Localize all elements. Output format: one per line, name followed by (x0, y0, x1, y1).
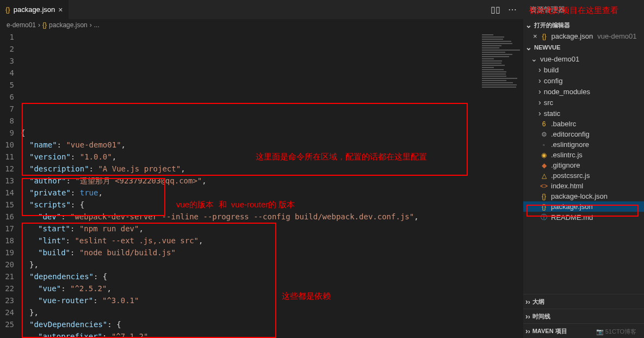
file-icon: {} (42, 21, 47, 29)
watermark: 📷 51CTO博客 (596, 328, 636, 336)
file-icon: ⓘ (540, 213, 548, 222)
tab-package-json[interactable]: {} package.json × (0, 0, 69, 19)
explorer-sidebar: 资源管理器 打开的编辑器 × {} package.json vue-demo0… (523, 0, 644, 338)
line-number: 6 (0, 91, 14, 103)
code-line[interactable]: "start": "npm run dev", (21, 223, 480, 235)
line-number: 24 (0, 306, 14, 318)
line-number: 3 (0, 55, 14, 67)
open-editor-item[interactable]: × {} package.json vue-demo01 (523, 31, 644, 41)
breadcrumb-file: package.json (49, 21, 88, 29)
split-editor-icon[interactable]: ▯▯ (491, 4, 500, 15)
line-number: 13 (0, 175, 14, 187)
line-number: 23 (0, 294, 14, 306)
file-icon: {} (540, 33, 549, 40)
chevron-right-icon (538, 76, 541, 85)
chevron-right-icon: › (525, 327, 530, 335)
line-number: 1 (0, 31, 14, 43)
code-line[interactable]: "autoprefixer": "^7.1.2", (21, 330, 480, 338)
file-icon: {} (540, 193, 548, 200)
code-editor[interactable]: 1234567891011121314151617181920212223242… (0, 31, 523, 338)
code-line[interactable]: }, (21, 259, 480, 271)
file-icon: ⚙ (540, 131, 548, 138)
folder-config[interactable]: config (523, 75, 644, 86)
section-大纲[interactable]: ›大纲 (523, 294, 644, 309)
file-icon: ◉ (540, 151, 548, 159)
line-number: 4 (0, 67, 14, 79)
explorer-title: 资源管理器 (523, 0, 644, 19)
code-line[interactable]: "private": true, (21, 187, 480, 199)
line-number: 18 (0, 235, 14, 247)
code-line[interactable]: "vue-router": "^3.0.1" (21, 294, 480, 306)
code-line[interactable]: "dev": "webpack-dev-server --inline --pr… (21, 211, 480, 223)
line-number: 14 (0, 187, 14, 199)
file--gitignore[interactable]: ◆.gitignore (523, 160, 644, 170)
line-number: 16 (0, 211, 14, 223)
file-index-html[interactable]: <>index.html (523, 181, 644, 191)
file--eslintrc-js[interactable]: ◉.eslintrc.js (523, 150, 644, 160)
code-line[interactable]: "scripts": { (21, 199, 480, 211)
code-line[interactable]: "lint": "eslint --ext .js,.vue src", (21, 235, 480, 247)
line-number: 9 (0, 127, 14, 139)
code-line[interactable]: "vue": "^2.5.2", (21, 282, 480, 294)
file-package-lock-json[interactable]: {}package-lock.json (523, 191, 644, 201)
more-actions-icon[interactable]: ⋯ (508, 4, 517, 15)
section-时间线[interactable]: ›时间线 (523, 309, 644, 323)
line-number: 7 (0, 103, 14, 115)
code-line[interactable]: }, (21, 306, 480, 318)
minimap[interactable] (480, 31, 523, 338)
close-icon[interactable]: × (533, 32, 537, 40)
close-icon[interactable]: × (58, 5, 63, 14)
code-line[interactable]: "build": "node build/build.js" (21, 247, 480, 259)
folder-root[interactable]: vue-demo01 (523, 53, 644, 64)
code-line[interactable]: "description": "A Vue.js project", (21, 163, 480, 175)
file--babelrc[interactable]: 6.babelrc (523, 119, 644, 129)
workspace-section[interactable]: NEWVUE (523, 41, 644, 53)
chevron-right-icon (538, 109, 541, 118)
line-number: 8 (0, 115, 14, 127)
tab-label: package.json (14, 5, 55, 14)
line-number: 20 (0, 259, 14, 271)
file--eslintignore[interactable]: ◦.eslintignore (523, 139, 644, 150)
line-number: 12 (0, 163, 14, 175)
code-line[interactable]: "devDependencies": { (21, 318, 480, 330)
file-icon: {} (5, 5, 10, 14)
chevron-right-icon: › (525, 297, 530, 306)
code-line[interactable]: "name": "vue-demo01", (21, 139, 480, 151)
chevron-right-icon: › (525, 312, 530, 321)
chevron-right-icon (538, 98, 541, 107)
line-number: 2 (0, 43, 14, 55)
file-icon: 6 (540, 120, 548, 128)
file--postcssrc-js[interactable]: △.postcssrc.js (523, 170, 644, 181)
code-line[interactable]: { (21, 127, 480, 139)
code-line[interactable]: "dependencies": { (21, 271, 480, 282)
tab-bar: {} package.json × ▯▯ ⋯ (0, 0, 523, 19)
breadcrumb[interactable]: e-demo01 › {} package.json › ... (0, 19, 523, 31)
code-line[interactable]: "version": "1.0.0", (21, 151, 480, 163)
folder-src[interactable]: src (523, 97, 644, 108)
chevron-right-icon (538, 65, 541, 74)
chevron-right-icon (538, 87, 541, 96)
file-icon: ◆ (540, 162, 548, 169)
file-icon: <> (540, 182, 548, 190)
file-icon: ◦ (540, 141, 548, 149)
open-editors-section[interactable]: 打开的编辑器 (523, 19, 644, 31)
line-number: 15 (0, 199, 14, 211)
file-package-json[interactable]: {}package.json (523, 201, 644, 212)
line-number: 25 (0, 318, 14, 330)
line-number: 19 (0, 247, 14, 259)
file-icon: {} (540, 203, 548, 211)
folder-build[interactable]: build (523, 64, 644, 75)
file-icon: △ (540, 172, 548, 180)
line-number: 5 (0, 79, 14, 91)
file--editorconfig[interactable]: ⚙.editorconfig (523, 129, 644, 139)
file-README-md[interactable]: ⓘREADME.md (523, 212, 644, 223)
breadcrumb-root: e-demo01 (7, 21, 36, 29)
breadcrumb-more: ... (94, 21, 100, 29)
line-number: 22 (0, 282, 14, 294)
code-line[interactable]: "author": "遥望那月 <923792203@qq.com>", (21, 175, 480, 187)
line-number: 11 (0, 151, 14, 163)
line-number: 21 (0, 271, 14, 282)
folder-node_modules[interactable]: node_modules (523, 86, 644, 97)
folder-static[interactable]: static (523, 108, 644, 119)
line-number: 17 (0, 223, 14, 235)
